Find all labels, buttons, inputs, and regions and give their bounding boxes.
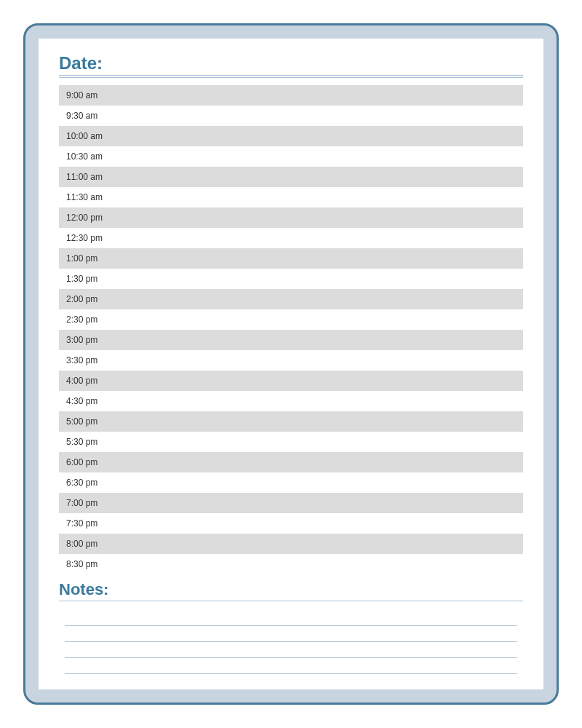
time-slot: 3:30 pm <box>59 350 523 371</box>
time-slot-label: 11:00 am <box>66 172 103 182</box>
time-slot: 2:00 pm <box>59 289 523 309</box>
time-slot-label: 4:30 pm <box>66 396 97 406</box>
schedule-list: 9:00 am9:30 am10:00 am10:30 am11:00 am11… <box>59 85 523 574</box>
time-slot: 8:00 pm <box>59 534 523 554</box>
planner-page: Date: 9:00 am9:30 am10:00 am10:30 am11:0… <box>39 39 543 689</box>
date-underline <box>59 77 523 78</box>
time-slot: 7:00 pm <box>59 493 523 513</box>
time-slot: 4:30 pm <box>59 391 523 411</box>
note-line <box>65 658 517 674</box>
time-slot: 8:30 pm <box>59 554 523 574</box>
time-slot-label: 6:00 pm <box>66 457 97 467</box>
time-slot-label: 12:30 pm <box>66 233 103 243</box>
time-slot: 1:00 pm <box>59 248 523 269</box>
time-slot-label: 3:00 pm <box>66 335 97 345</box>
time-slot: 2:30 pm <box>59 309 523 330</box>
time-slot: 5:00 pm <box>59 411 523 432</box>
notes-lines <box>59 610 523 674</box>
time-slot: 5:30 pm <box>59 432 523 452</box>
time-slot: 11:30 am <box>59 187 523 207</box>
time-slot: 3:00 pm <box>59 330 523 350</box>
time-slot: 7:30 pm <box>59 513 523 534</box>
note-line <box>65 610 517 626</box>
time-slot-label: 1:30 pm <box>66 274 97 284</box>
time-slot-label: 2:30 pm <box>66 314 97 325</box>
time-slot-label: 11:30 am <box>66 192 103 202</box>
time-slot-label: 12:00 pm <box>66 213 103 223</box>
time-slot: 12:30 pm <box>59 228 523 248</box>
time-slot-label: 1:00 pm <box>66 253 97 264</box>
time-slot-label: 7:30 pm <box>66 518 97 529</box>
planner-frame: Date: 9:00 am9:30 am10:00 am10:30 am11:0… <box>23 23 559 705</box>
time-slot: 1:30 pm <box>59 269 523 289</box>
time-slot-label: 9:30 am <box>66 111 97 121</box>
time-slot-label: 6:30 pm <box>66 478 97 488</box>
note-line <box>65 642 517 658</box>
time-slot: 6:30 pm <box>59 472 523 493</box>
time-slot-label: 5:00 pm <box>66 416 97 427</box>
note-line <box>65 626 517 642</box>
time-slot-label: 3:30 pm <box>66 355 97 365</box>
time-slot: 11:00 am <box>59 167 523 187</box>
time-slot: 10:30 am <box>59 146 523 167</box>
time-slot-label: 8:30 pm <box>66 559 97 569</box>
time-slot-label: 8:00 pm <box>66 539 97 549</box>
date-heading: Date: <box>59 53 523 76</box>
time-slot-label: 7:00 pm <box>66 498 97 508</box>
notes-heading: Notes: <box>59 580 523 601</box>
time-slot-label: 9:00 am <box>66 90 97 100</box>
time-slot: 9:00 am <box>59 85 523 106</box>
time-slot-label: 5:30 pm <box>66 437 97 447</box>
time-slot: 12:00 pm <box>59 207 523 228</box>
time-slot-label: 4:00 pm <box>66 376 97 386</box>
time-slot-label: 10:00 am <box>66 131 103 141</box>
time-slot: 10:00 am <box>59 126 523 146</box>
time-slot-label: 2:00 pm <box>66 294 97 304</box>
time-slot: 9:30 am <box>59 106 523 126</box>
time-slot: 4:00 pm <box>59 371 523 391</box>
time-slot: 6:00 pm <box>59 452 523 472</box>
time-slot-label: 10:30 am <box>66 151 103 162</box>
